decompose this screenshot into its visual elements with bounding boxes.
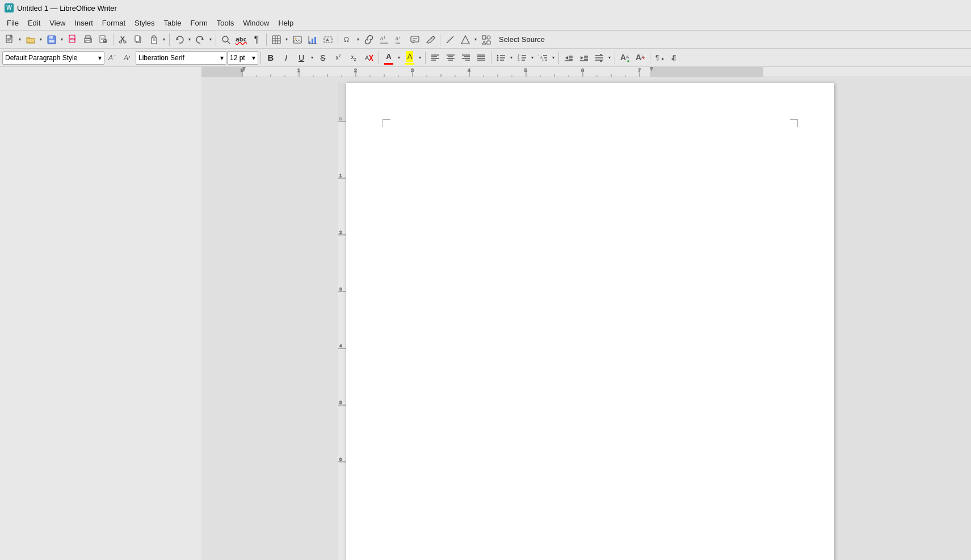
menu-form[interactable]: Form [186, 17, 212, 29]
ordered-list-arrow[interactable]: ▾ [529, 50, 535, 65]
svg-rect-53 [411, 36, 419, 42]
paragraph-rtl-button[interactable]: ¶ [668, 50, 683, 65]
insert-textbox-button[interactable]: A [321, 32, 335, 47]
insert-footnote-button[interactable]: a1 [377, 32, 392, 47]
menu-view[interactable]: View [45, 17, 70, 29]
insert-special-button[interactable]: Ω [341, 32, 355, 47]
font-color-arrow[interactable]: ▾ [396, 50, 402, 65]
open-arrow[interactable]: ▾ [38, 32, 44, 47]
font-dropdown[interactable]: Liberation Serif ▾ [136, 51, 226, 65]
track-changes-button[interactable] [423, 32, 438, 47]
new-arrow[interactable]: ▾ [17, 32, 23, 47]
document-page[interactable] [346, 83, 834, 560]
copy-button[interactable] [131, 32, 146, 47]
svg-point-61 [487, 36, 490, 39]
insert-endnote-button[interactable]: ai [392, 32, 407, 47]
font-color-button[interactable]: A [381, 50, 396, 65]
increase-indent-button[interactable] [577, 50, 591, 65]
redo-button[interactable] [193, 32, 208, 47]
svg-rect-40 [312, 39, 313, 44]
paste-arrow[interactable]: ▾ [161, 32, 167, 47]
save-button[interactable] [44, 32, 59, 47]
insert-hyperlink-button[interactable] [362, 32, 376, 47]
cut-button[interactable] [116, 32, 131, 47]
window-title: Untitled 1 — LibreOffice Writer [17, 4, 117, 12]
decrease-font-size-button[interactable]: AA [633, 50, 648, 65]
formatting-marks-button[interactable]: ¶ [249, 32, 264, 47]
unordered-list-arrow[interactable]: ▾ [508, 50, 514, 65]
strikethrough-button[interactable]: S [316, 50, 330, 65]
insert-table-arrow[interactable]: ▾ [284, 32, 289, 47]
bold-button[interactable]: B [263, 50, 278, 65]
ordered-list-button[interactable]: 1.2.3. [515, 50, 529, 65]
paragraph-style-dropdown[interactable]: Default Paragraph Style ▾ [2, 51, 104, 65]
menu-help[interactable]: Help [274, 17, 298, 29]
highlight-color-arrow[interactable]: ▾ [417, 50, 423, 65]
justify-button[interactable] [474, 50, 489, 65]
italic-button[interactable]: I [279, 50, 293, 65]
insert-comment-button[interactable] [407, 32, 422, 47]
increase-font-size-button[interactable]: AA [617, 50, 632, 65]
outline-list-button[interactable]: I.A.1. [536, 50, 550, 65]
insert-special-arrow[interactable]: ▾ [355, 32, 361, 47]
menu-file[interactable]: File [2, 17, 23, 29]
svg-text:5: 5 [524, 68, 527, 73]
align-center-button[interactable] [443, 50, 458, 65]
highlight-color-button[interactable]: A [402, 50, 417, 65]
find-button[interactable] [218, 32, 233, 47]
paste-button[interactable] [146, 32, 161, 47]
redo-arrow[interactable]: ▾ [208, 32, 213, 47]
print-button[interactable] [81, 32, 95, 47]
svg-rect-188 [338, 83, 346, 121]
subscript-button[interactable]: x2 [346, 50, 361, 65]
paragraph-ltr-button[interactable]: ¶ [653, 50, 667, 65]
draw-line-button[interactable] [443, 32, 457, 47]
insert-chart-button[interactable] [305, 32, 320, 47]
svg-point-12 [90, 39, 91, 40]
print-preview-button[interactable] [96, 32, 111, 47]
menu-insert[interactable]: Insert [70, 17, 98, 29]
menu-table[interactable]: Table [159, 17, 186, 29]
underline-arrow[interactable]: ▾ [309, 50, 315, 65]
menu-window[interactable]: Window [238, 17, 274, 29]
shapes-button[interactable] [458, 32, 473, 47]
spellcheck-button[interactable]: abc [234, 32, 249, 47]
superscript-button[interactable]: x2 [331, 50, 346, 65]
align-right-button[interactable] [459, 50, 473, 65]
menu-styles[interactable]: Styles [130, 17, 159, 29]
line-spacing-button[interactable] [592, 50, 607, 65]
insert-table-button[interactable] [269, 32, 284, 47]
line-spacing-arrow[interactable]: ▾ [607, 50, 612, 65]
page-content-area[interactable] [386, 123, 795, 560]
sep1 [113, 33, 114, 46]
menu-edit[interactable]: Edit [23, 17, 45, 29]
unordered-list-button[interactable] [494, 50, 508, 65]
undo-arrow[interactable]: ▾ [187, 32, 192, 47]
shapes-arrow[interactable]: ▾ [473, 32, 478, 47]
insert-image-button[interactable] [290, 32, 305, 47]
export-pdf-button[interactable]: PDF [65, 32, 80, 47]
decrease-indent-button[interactable] [561, 50, 576, 65]
clear-formatting-button[interactable]: A [362, 50, 376, 65]
save-arrow[interactable]: ▾ [59, 32, 65, 47]
font-size-dropdown[interactable]: 12 pt ▾ [227, 51, 258, 65]
style-update-button[interactable]: A [120, 50, 135, 65]
more-shapes-button[interactable] [479, 32, 494, 47]
outline-list-arrow[interactable]: ▾ [550, 50, 556, 65]
menu-format[interactable]: Format [98, 17, 130, 29]
underline-button[interactable]: U [294, 50, 309, 65]
sep2 [169, 33, 170, 46]
document-area[interactable]: 0 1 2 3 4 5 6 [201, 77, 971, 560]
svg-point-38 [295, 37, 297, 39]
style-new-button[interactable]: A+ [105, 50, 120, 65]
undo-button[interactable] [172, 32, 187, 47]
sep3 [216, 33, 216, 46]
new-button[interactable] [2, 32, 17, 47]
menu-tools[interactable]: Tools [212, 17, 238, 29]
svg-point-20 [119, 41, 121, 43]
svg-text:A: A [326, 37, 329, 43]
open-button[interactable] [23, 32, 38, 47]
bold-icon: B [268, 53, 274, 62]
align-left-button[interactable] [428, 50, 443, 65]
underline-icon: U [299, 53, 304, 62]
